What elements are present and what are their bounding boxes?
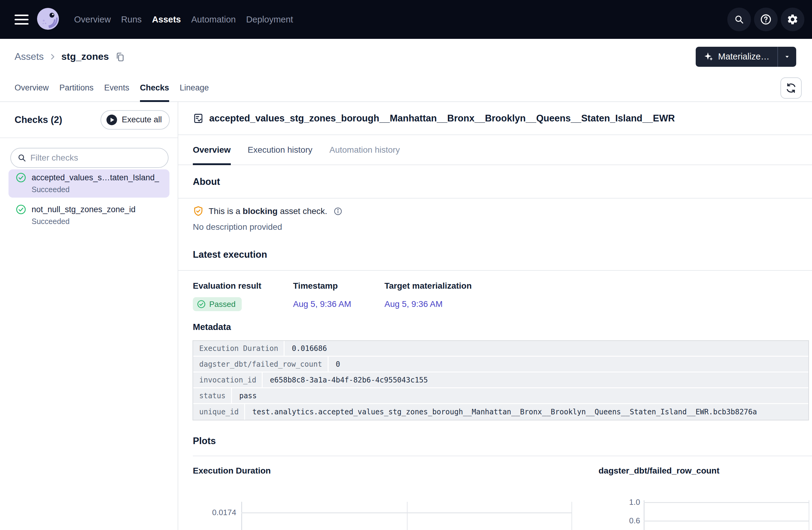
col-target-materialization: Target materialization bbox=[385, 279, 472, 293]
table-row: dagster_dbt/failed_row_count 0 bbox=[193, 357, 808, 372]
tab-partitions[interactable]: Partitions bbox=[59, 74, 94, 101]
breadcrumb-bar: Assets stg_zones Materialize… bbox=[0, 39, 812, 74]
tab-checks[interactable]: Checks bbox=[140, 74, 169, 101]
check-circle-icon bbox=[16, 173, 26, 183]
refresh-button[interactable] bbox=[780, 77, 802, 99]
target-materialization-link[interactable]: Aug 5, 9:36 AM bbox=[385, 297, 443, 311]
tab-overview[interactable]: Overview bbox=[15, 74, 49, 101]
help-button[interactable] bbox=[754, 8, 778, 31]
content-area: Checks (2) Execute all bbox=[0, 102, 812, 530]
y-tick-label: 1.0 bbox=[607, 498, 640, 506]
check-list: accepted_values_s…taten_Island_ Succeede… bbox=[0, 170, 178, 230]
latest-execution-values: Passed Aug 5, 9:36 AM Aug 5, 9:36 AM bbox=[178, 297, 812, 311]
caret-down-icon bbox=[783, 53, 791, 61]
chevron-right-icon bbox=[48, 53, 57, 61]
breadcrumb-assets-link[interactable]: Assets bbox=[15, 51, 44, 62]
search-button[interactable] bbox=[727, 8, 751, 31]
check-circle-icon bbox=[16, 204, 26, 215]
metadata-table: Execution Duration 0.016686 dagster_dbt/… bbox=[192, 340, 809, 421]
chart-title-failed-row-count: dagster_dbt/failed_row_count bbox=[598, 465, 720, 477]
refresh-icon bbox=[785, 82, 797, 94]
info-icon[interactable] bbox=[333, 207, 343, 216]
checklist-icon bbox=[193, 113, 204, 124]
metadata-key: unique_id bbox=[193, 404, 245, 420]
check-tab-execution-history[interactable]: Execution history bbox=[248, 135, 313, 164]
latest-execution-heading: Latest execution bbox=[178, 239, 812, 271]
check-circle-icon bbox=[197, 300, 206, 308]
table-row: unique_id test.analytics.accepted_values… bbox=[193, 404, 808, 420]
y-tick-label: 0.0174 bbox=[197, 508, 236, 517]
copy-button[interactable] bbox=[115, 51, 126, 62]
top-nav: Overview Runs Assets Automation Deployme… bbox=[0, 0, 812, 39]
settings-button[interactable] bbox=[781, 8, 804, 31]
materialize-label: Materialize… bbox=[718, 51, 769, 62]
metadata-key: Execution Duration bbox=[193, 341, 285, 356]
check-item-name: not_null_stg_zones_zone_id bbox=[32, 205, 135, 214]
sidebar-header: Checks (2) Execute all bbox=[0, 102, 178, 138]
metadata-key: status bbox=[193, 388, 232, 403]
filter-checks-wrap bbox=[10, 148, 169, 168]
nav-runs[interactable]: Runs bbox=[121, 15, 142, 25]
metadata-value: e658b8c8-3a1a-4b4f-82b6-4c955043c155 bbox=[263, 372, 808, 387]
execute-all-button[interactable]: Execute all bbox=[101, 110, 170, 130]
metadata-value: 0.016686 bbox=[285, 341, 808, 356]
metadata-value: test.analytics.accepted_values_stg_zones… bbox=[245, 404, 808, 420]
col-timestamp: Timestamp bbox=[293, 279, 338, 293]
check-list-item-accepted-values[interactable]: accepted_values_s…taten_Island_ Succeede… bbox=[9, 170, 170, 197]
no-description-text: No description provided bbox=[193, 221, 282, 233]
nav-overview[interactable]: Overview bbox=[74, 15, 111, 25]
dagster-app: Overview Runs Assets Automation Deployme… bbox=[0, 0, 812, 530]
checks-count-title: Checks (2) bbox=[15, 115, 62, 126]
metadata-key: dagster_dbt/failed_row_count bbox=[193, 357, 329, 371]
passed-label: Passed bbox=[209, 299, 236, 309]
check-tab-automation-history[interactable]: Automation history bbox=[330, 135, 400, 164]
check-title: accepted_values_stg_zones_borough__Manha… bbox=[209, 113, 675, 124]
check-item-name: accepted_values_s…taten_Island_ bbox=[32, 173, 159, 182]
search-icon bbox=[734, 14, 744, 25]
nav-assets[interactable]: Assets bbox=[152, 15, 181, 25]
chart-title-execution-duration: Execution Duration bbox=[193, 465, 271, 477]
metadata-heading: Metadata bbox=[193, 321, 231, 333]
metadata-value: pass bbox=[232, 388, 808, 403]
check-detail-tabs: Overview Execution history Automation hi… bbox=[178, 135, 812, 165]
plots-section: Plots Execution Duration dagster_dbt/fai… bbox=[178, 435, 812, 530]
col-evaluation-result: Evaluation result bbox=[193, 279, 261, 293]
materialize-button[interactable]: Materialize… bbox=[696, 47, 778, 67]
metadata-value: 0 bbox=[329, 357, 808, 371]
sparkle-icon bbox=[704, 51, 714, 62]
shield-check-icon bbox=[193, 206, 204, 217]
check-item-status: Succeeded bbox=[32, 185, 170, 194]
copy-icon bbox=[115, 51, 126, 62]
table-row: Execution Duration 0.016686 bbox=[193, 341, 808, 357]
table-row: status pass bbox=[193, 388, 808, 404]
tab-lineage[interactable]: Lineage bbox=[180, 74, 209, 101]
about-section-heading: About bbox=[178, 166, 812, 198]
gear-icon bbox=[786, 13, 799, 26]
plots-heading: Plots bbox=[193, 435, 216, 448]
timestamp-link[interactable]: Aug 5, 9:36 AM bbox=[293, 297, 351, 311]
metadata-key: invocation_id bbox=[193, 372, 263, 387]
table-row: invocation_id e658b8c8-3a1a-4b4f-82b6-4c… bbox=[193, 372, 808, 388]
nav-automation[interactable]: Automation bbox=[191, 15, 236, 25]
check-detail-panel: accepted_values_stg_zones_borough__Manha… bbox=[178, 102, 812, 530]
dagster-logo-icon bbox=[36, 7, 60, 32]
materialize-dropdown-toggle[interactable] bbox=[778, 47, 796, 67]
check-tab-overview[interactable]: Overview bbox=[193, 135, 231, 164]
help-icon bbox=[760, 13, 772, 26]
plots-title: Plots bbox=[193, 436, 216, 446]
nav-deployment[interactable]: Deployment bbox=[246, 15, 293, 25]
check-title-row: accepted_values_stg_zones_borough__Manha… bbox=[178, 102, 812, 135]
blocking-note: This is a blocking asset check. bbox=[193, 205, 343, 218]
play-circle-icon bbox=[106, 114, 117, 126]
hamburger-menu-icon[interactable] bbox=[15, 15, 29, 25]
y-tick-label: 0.6 bbox=[607, 516, 640, 525]
top-nav-links: Overview Runs Assets Automation Deployme… bbox=[74, 15, 293, 25]
materialize-split-button: Materialize… bbox=[696, 47, 796, 67]
check-list-item-not-null[interactable]: not_null_stg_zones_zone_id Succeeded bbox=[9, 201, 170, 230]
asset-tabs: Overview Partitions Events Checks Lineag… bbox=[0, 74, 812, 102]
checks-sidebar: Checks (2) Execute all bbox=[0, 102, 178, 530]
tab-events[interactable]: Events bbox=[104, 74, 129, 101]
search-icon bbox=[17, 153, 27, 164]
filter-checks-input[interactable] bbox=[10, 148, 169, 168]
about-title: About bbox=[193, 176, 220, 187]
